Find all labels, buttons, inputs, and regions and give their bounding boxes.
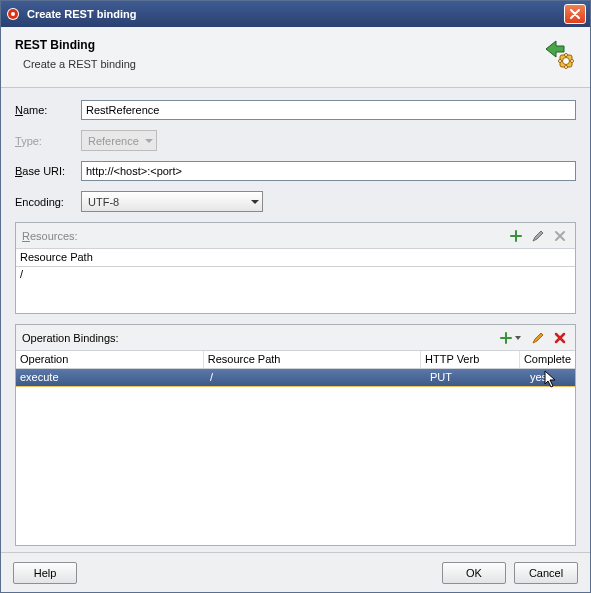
edit-resource-button[interactable] bbox=[529, 227, 547, 245]
type-label: Type: bbox=[15, 135, 73, 147]
dialog-body: Name: Type: Reference Base URI: Encoding… bbox=[1, 88, 590, 552]
add-operation-button[interactable] bbox=[497, 329, 525, 347]
svg-point-7 bbox=[565, 54, 568, 57]
chevron-down-icon bbox=[250, 192, 260, 211]
col-complete: Complete bbox=[520, 351, 575, 368]
delete-operation-button[interactable] bbox=[551, 329, 569, 347]
svg-point-4 bbox=[563, 58, 570, 65]
col-operation: Operation bbox=[16, 351, 204, 368]
type-row: Type: Reference bbox=[15, 130, 576, 151]
operations-empty-area bbox=[16, 387, 575, 545]
operations-table: Operation Resource Path HTTP Verb Comple… bbox=[16, 351, 575, 545]
encoding-combo[interactable]: UTF-8 bbox=[81, 191, 263, 212]
window-title: Create REST binding bbox=[27, 8, 564, 20]
encoding-row: Encoding: UTF-8 bbox=[15, 191, 576, 212]
baseuri-row: Base URI: bbox=[15, 161, 576, 181]
svg-point-6 bbox=[571, 60, 574, 63]
resource-row[interactable]: / bbox=[16, 267, 575, 281]
type-value: Reference bbox=[88, 135, 144, 147]
cell-resource-path: / bbox=[206, 369, 426, 386]
dialog-window: Create REST binding REST Binding Create … bbox=[0, 0, 591, 593]
binding-icon bbox=[542, 37, 576, 71]
operations-label: Operation Bindings: bbox=[22, 332, 493, 344]
resources-label: Resources: bbox=[22, 230, 503, 242]
svg-point-8 bbox=[565, 66, 568, 69]
baseuri-label: Base URI: bbox=[15, 165, 73, 177]
header-panel: REST Binding Create a REST binding bbox=[1, 27, 590, 88]
header-subtitle: Create a REST binding bbox=[15, 58, 530, 70]
baseuri-input[interactable] bbox=[81, 161, 576, 181]
cancel-button[interactable]: Cancel bbox=[514, 562, 578, 584]
name-row: Name: bbox=[15, 100, 576, 120]
resources-header: Resources: bbox=[16, 223, 575, 249]
name-input[interactable] bbox=[81, 100, 576, 120]
col-http-verb: HTTP Verb bbox=[421, 351, 520, 368]
resources-col-path: Resource Path bbox=[16, 249, 575, 267]
svg-point-5 bbox=[559, 60, 562, 63]
resources-panel: Resources: Resource Path / bbox=[15, 222, 576, 314]
name-label: Name: bbox=[15, 104, 73, 116]
operations-columns: Operation Resource Path HTTP Verb Comple… bbox=[16, 351, 575, 369]
cell-operation: execute bbox=[16, 369, 206, 386]
col-resource-path: Resource Path bbox=[204, 351, 421, 368]
header-title: REST Binding bbox=[15, 38, 530, 52]
encoding-value: UTF-8 bbox=[88, 196, 250, 208]
cell-complete-holder: yes bbox=[526, 369, 575, 386]
close-button[interactable] bbox=[564, 4, 586, 24]
resources-table: Resource Path / bbox=[16, 249, 575, 313]
titlebar: Create REST binding bbox=[1, 1, 590, 27]
footer: Help OK Cancel bbox=[1, 552, 590, 592]
operations-panel: Operation Bindings: Operation Resource P… bbox=[15, 324, 576, 546]
help-button[interactable]: Help bbox=[13, 562, 77, 584]
svg-point-2 bbox=[11, 12, 15, 16]
delete-resource-button[interactable] bbox=[551, 227, 569, 245]
edit-operation-button[interactable] bbox=[529, 329, 547, 347]
cell-http-verb: PUT bbox=[426, 369, 526, 386]
chevron-down-icon bbox=[513, 329, 523, 347]
add-resource-button[interactable] bbox=[507, 227, 525, 245]
operation-row[interactable]: execute / PUT yes bbox=[16, 369, 575, 387]
type-combo: Reference bbox=[81, 130, 157, 151]
operations-header: Operation Bindings: bbox=[16, 325, 575, 351]
chevron-down-icon bbox=[144, 131, 154, 150]
header-text-block: REST Binding Create a REST binding bbox=[15, 38, 530, 70]
app-icon bbox=[5, 6, 21, 22]
cell-complete: yes bbox=[530, 371, 547, 383]
encoding-label: Encoding: bbox=[15, 196, 73, 208]
ok-button[interactable]: OK bbox=[442, 562, 506, 584]
